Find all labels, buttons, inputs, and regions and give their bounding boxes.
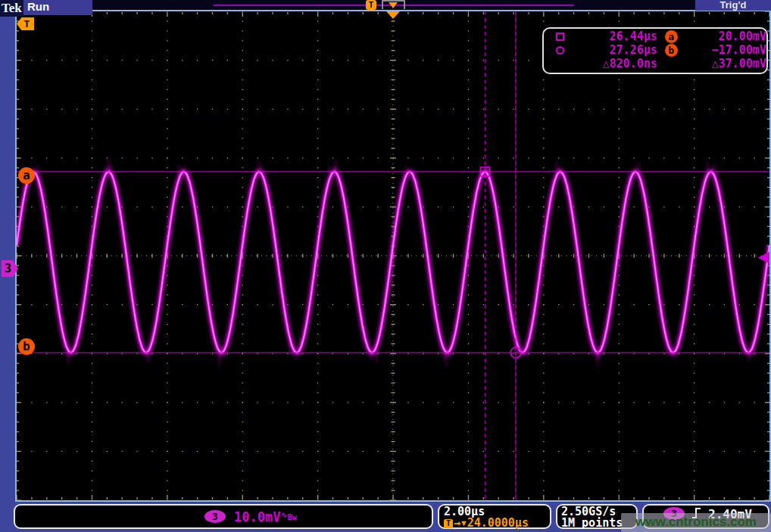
cursor-b-badge[interactable]: b xyxy=(18,338,35,355)
cursor-b-time: 27.26µs xyxy=(577,43,657,57)
cursor-a-badge[interactable]: a xyxy=(18,167,35,184)
trigger-t-icon: T xyxy=(444,519,453,528)
horizontal-readout[interactable]: 2.00µs T → ▼ 24.0000µs xyxy=(438,504,551,529)
cursor-a-readout-badge: a xyxy=(665,30,678,43)
channel-scale-readout[interactable]: 3 10.0mV∿Bw xyxy=(14,504,433,529)
cursor-b-circle-icon xyxy=(556,46,564,54)
delay-triangle-icon: ▼ xyxy=(461,518,467,529)
trigger-status: Trig'd xyxy=(695,0,771,11)
cursor-a-time: 26.44µs xyxy=(577,30,657,43)
cursor-a-square-icon xyxy=(556,33,564,41)
bandwidth-limit-label: Bw xyxy=(288,513,297,521)
record-trigger-t-marker: T xyxy=(366,0,376,10)
delta-time: △820.0ns xyxy=(577,57,657,70)
trigger-position-triangle-icon xyxy=(386,11,400,19)
cursor-b-value: −17.00mV xyxy=(682,43,766,57)
acquisition-status: Run xyxy=(23,0,92,15)
cursor-readout-panel: 26.44µs a 20.00mV 27.26µs b −17.00mV △82… xyxy=(542,27,768,74)
channel-3-badge: 3 xyxy=(204,510,226,523)
ac-coupling-icon: ∿ xyxy=(280,510,287,520)
waveform-canvas xyxy=(17,11,769,500)
trigger-delay: 24.0000µs xyxy=(467,518,529,529)
watermark: www.cntronics.com xyxy=(621,513,771,532)
arrow-icon: → xyxy=(454,518,460,529)
oscilloscope-screen: Tek Run Trig'd T T a b 3 26.44µs a 20.00… xyxy=(0,0,771,532)
cursor-b-readout-badge: b xyxy=(665,44,678,57)
cursor-a-value: 20.00mV xyxy=(682,30,766,43)
channel-scale: 10.0mV xyxy=(234,509,280,524)
tek-logo: Tek xyxy=(0,0,23,17)
record-window-triangle-icon xyxy=(389,2,398,8)
delta-value: △37.00mV xyxy=(682,57,766,70)
